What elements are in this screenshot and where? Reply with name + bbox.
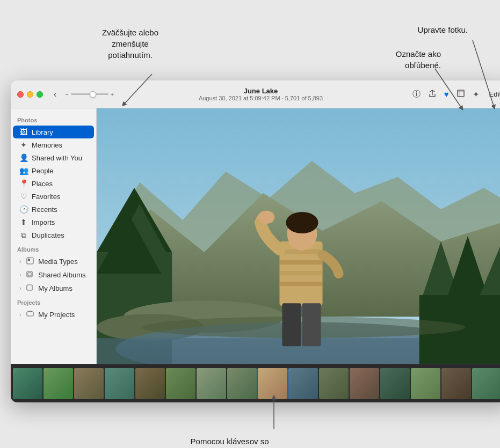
- svg-rect-6: [28, 259, 30, 261]
- sidebar-item-places[interactable]: 📍 Places: [13, 177, 94, 190]
- svg-rect-9: [27, 285, 32, 290]
- sidebar-item-recents[interactable]: 🕐 Recents: [13, 203, 94, 216]
- media-types-icon: [26, 257, 34, 266]
- film-thumb[interactable]: [135, 368, 165, 399]
- photo-title: June Lake: [199, 87, 323, 95]
- filmstrip-inner: [11, 368, 500, 399]
- enhance-button[interactable]: ✦: [472, 89, 481, 100]
- sidebar-label-imports: Imports: [32, 218, 55, 226]
- film-thumb[interactable]: [441, 368, 471, 399]
- imports-icon: ⬆: [19, 218, 28, 226]
- svg-rect-4: [458, 90, 464, 97]
- film-thumb[interactable]: [105, 368, 134, 399]
- sidebar-item-memories[interactable]: ✦ Memories: [13, 138, 94, 151]
- share-button[interactable]: [427, 88, 438, 100]
- film-thumb[interactable]: [350, 368, 379, 399]
- sidebar-item-my-albums[interactable]: › My Albums: [13, 282, 94, 295]
- film-thumb[interactable]: [44, 368, 73, 399]
- memories-icon: ✦: [19, 141, 28, 149]
- close-button[interactable]: [17, 91, 24, 98]
- toolbar-right: ⓘ ♥: [411, 88, 500, 100]
- sidebar-label-favorites: Favorites: [32, 193, 60, 201]
- svg-rect-8: [28, 273, 31, 276]
- sidebar-label-shared-albums: Shared Albums: [38, 271, 85, 279]
- minimize-button[interactable]: [27, 91, 33, 98]
- sidebar-section-projects: Projects: [11, 295, 96, 308]
- film-thumb[interactable]: [197, 368, 226, 399]
- svg-rect-31: [279, 282, 322, 286]
- sidebar-item-shared-with-you[interactable]: 👤 Shared with You: [13, 151, 94, 164]
- filmstrip: [11, 364, 500, 402]
- sidebar-item-shared-albums[interactable]: › Shared Albums: [13, 268, 94, 282]
- annotation-navigate: Pomocou klávesov so šípkami alebo potiah…: [183, 436, 277, 448]
- edit-button[interactable]: Edit: [486, 89, 500, 99]
- svg-rect-10: [27, 312, 33, 316]
- sidebar-label-recents: Recents: [32, 205, 57, 214]
- shared-with-you-icon: 👤: [19, 153, 28, 162]
- sidebar-label-my-projects: My Projects: [38, 311, 75, 319]
- film-thumb[interactable]: [227, 368, 257, 399]
- traffic-lights: [17, 91, 43, 98]
- film-thumb[interactable]: [472, 368, 500, 399]
- app-window: ‹ − + June Lake August 30, 2021 at 5:09:…: [11, 80, 500, 402]
- photo-scene: [97, 108, 500, 364]
- film-thumb[interactable]: [319, 368, 349, 399]
- recents-icon: 🕐: [19, 205, 28, 214]
- sidebar-section-albums: Albums: [11, 242, 96, 255]
- info-icon: ⓘ: [412, 89, 421, 98]
- sidebar: Photos 🖼 Library ✦ Memories 👤 Shared wit…: [11, 108, 97, 364]
- sidebar-item-favorites[interactable]: ♡ Favorites: [13, 190, 94, 203]
- zoom-plus-icon: +: [111, 91, 114, 98]
- favorite-button[interactable]: ♥: [443, 89, 450, 100]
- sidebar-label-duplicates: Duplicates: [32, 231, 64, 239]
- film-thumb[interactable]: [166, 368, 195, 399]
- people-icon: 👥: [19, 166, 28, 175]
- film-thumb[interactable]: [380, 368, 410, 399]
- maximize-button[interactable]: [37, 91, 43, 98]
- nav-prev-button[interactable]: ‹: [52, 89, 59, 100]
- sidebar-label-places: Places: [32, 180, 53, 188]
- zoom-slider[interactable]: − +: [65, 91, 114, 98]
- crop-button[interactable]: [455, 88, 466, 100]
- places-icon: 📍: [19, 179, 28, 188]
- sidebar-label-my-albums: My Albums: [38, 284, 73, 292]
- annotation-favorite: Označte ako obľúbené.: [396, 48, 441, 71]
- sidebar-item-people[interactable]: 👥 People: [13, 164, 94, 177]
- sidebar-label-people: People: [32, 167, 53, 175]
- crop-icon: [456, 90, 465, 99]
- title-bar: ‹ − + June Lake August 30, 2021 at 5:09:…: [11, 80, 500, 108]
- nav-controls: ‹ − +: [52, 89, 114, 100]
- slider-track[interactable]: [71, 93, 108, 95]
- magic-icon: ✦: [473, 90, 480, 99]
- heart-icon: ♥: [444, 90, 449, 99]
- sidebar-item-media-types[interactable]: › Media Types: [13, 255, 94, 268]
- annotation-edit: Upravte fotku.: [418, 24, 468, 35]
- svg-rect-29: [279, 260, 322, 265]
- chevron-projects-icon: ›: [19, 312, 21, 318]
- film-thumb[interactable]: [74, 368, 104, 399]
- photo-title-center: June Lake August 30, 2021 at 5:09:42 PM …: [199, 87, 323, 101]
- film-thumb[interactable]: [411, 368, 440, 399]
- chevron-shared-icon: ›: [19, 272, 21, 278]
- sidebar-label-memories: Memories: [32, 141, 62, 149]
- shared-albums-icon: [26, 270, 34, 280]
- sidebar-item-imports[interactable]: ⬆ Imports: [13, 216, 94, 229]
- duplicates-icon: ⧉: [19, 231, 28, 240]
- scene-svg: [97, 108, 500, 364]
- film-thumb[interactable]: [288, 368, 318, 399]
- svg-rect-33: [302, 303, 321, 346]
- my-projects-icon: [26, 310, 34, 319]
- film-thumb[interactable]: [13, 368, 42, 399]
- my-albums-icon: [26, 284, 34, 293]
- sidebar-label-library: Library: [32, 128, 53, 136]
- photo-view: [97, 108, 500, 364]
- sidebar-item-library[interactable]: 🖼 Library: [13, 126, 94, 138]
- photo-subtitle: August 30, 2021 at 5:09:42 PM · 5,701 of…: [199, 95, 323, 101]
- film-thumb-active[interactable]: [258, 368, 287, 399]
- favorites-icon: ♡: [19, 192, 28, 201]
- share-icon: [428, 90, 437, 99]
- sidebar-item-my-projects[interactable]: › My Projects: [13, 308, 94, 321]
- sidebar-item-duplicates[interactable]: ⧉ Duplicates: [13, 229, 94, 242]
- content-area: Photos 🖼 Library ✦ Memories 👤 Shared wit…: [11, 108, 500, 364]
- info-button[interactable]: ⓘ: [411, 88, 422, 100]
